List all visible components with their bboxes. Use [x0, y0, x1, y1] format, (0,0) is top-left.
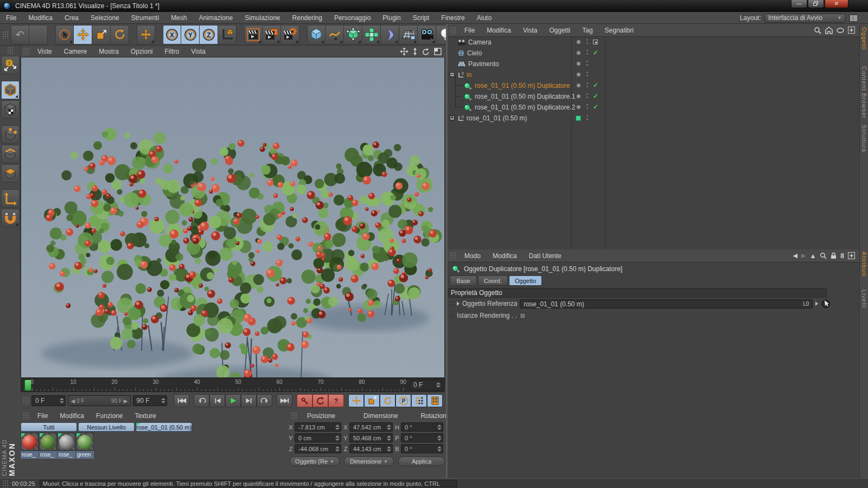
- enabled-check-icon[interactable]: ✓: [593, 92, 598, 100]
- key-state-box[interactable]: [451, 314, 454, 317]
- undo-button[interactable]: ↶: [11, 25, 29, 44]
- coord-input-posizione-z[interactable]: -44.068 cm: [295, 444, 341, 453]
- lock-icon[interactable]: [831, 252, 837, 259]
- editor-render-dots[interactable]: [586, 39, 588, 44]
- menu-item-selezione[interactable]: Selezione: [85, 12, 125, 24]
- menu-item-aiuto[interactable]: Aiuto: [471, 12, 497, 24]
- toggle-view-icon[interactable]: [434, 48, 442, 55]
- menu-item-file[interactable]: File: [458, 24, 481, 37]
- menu-item-modifica[interactable]: Modifica: [22, 12, 59, 24]
- menu-item-modo[interactable]: Modo: [458, 249, 487, 262]
- tab-objects[interactable]: Oggetti: [861, 27, 867, 50]
- menu-item-strumenti[interactable]: Strumenti: [125, 12, 165, 24]
- coord-input-dimensione-z[interactable]: 44.143 cm: [349, 444, 393, 453]
- parent-up-icon[interactable]: ▲: [809, 252, 816, 260]
- redo-button[interactable]: ↷: [29, 25, 48, 44]
- attribute-tab-coord-[interactable]: Coord.: [478, 275, 508, 286]
- viewport-canvas[interactable]: [21, 57, 445, 378]
- render-view-button[interactable]: [244, 25, 263, 44]
- goto-start-button[interactable]: [174, 394, 189, 407]
- enabled-check-icon[interactable]: ✓: [593, 49, 598, 56]
- last-tool-button[interactable]: [137, 25, 155, 44]
- tab-content-browser[interactable]: Content Browser: [861, 66, 867, 119]
- timeline-track[interactable]: 0102030405060708090: [21, 378, 407, 391]
- enabled-check-icon[interactable]: ✓: [593, 103, 598, 111]
- menu-item-mesh[interactable]: Mesh: [165, 12, 193, 24]
- editor-render-dots[interactable]: [586, 72, 588, 76]
- object-row-rose-01-01-0-50-m-duplicatore[interactable]: rose_01_01 (0.50 m) Duplicatore✓: [448, 80, 859, 91]
- viewport-grip[interactable]: [23, 48, 29, 55]
- restore-button[interactable]: [808, 0, 824, 8]
- material-swatch-rose-red[interactable]: rose_: [21, 433, 39, 459]
- object-row-pavimento[interactable]: Pavimento: [448, 59, 859, 69]
- coord-mode-dropdown[interactable]: Oggetto (Re▼: [290, 457, 340, 466]
- menu-item-crea[interactable]: Crea: [59, 12, 85, 24]
- menu-item-segnalibri[interactable]: Segnalibri: [599, 24, 640, 37]
- record-keyframe-button[interactable]: [297, 394, 312, 407]
- menu-item-funzione[interactable]: Funzione: [90, 410, 129, 422]
- live-selection-button[interactable]: [55, 25, 74, 44]
- transport-grip[interactable]: [23, 397, 29, 404]
- tab-structure[interactable]: Struttura: [861, 125, 867, 152]
- sidebar-grip[interactable]: [7, 47, 14, 54]
- autokeying-button[interactable]: [312, 394, 328, 407]
- editor-render-dots[interactable]: [586, 104, 588, 109]
- apply-button[interactable]: Applica: [398, 457, 445, 466]
- menu-item-finestre[interactable]: Finestre: [435, 12, 470, 24]
- visibility-dot[interactable]: [577, 94, 580, 98]
- key-scale-button[interactable]: [364, 394, 380, 407]
- rotate-tool-button[interactable]: [111, 25, 129, 44]
- field-menu-icon[interactable]: [815, 301, 818, 306]
- menu-item-mostra[interactable]: Mostra: [93, 46, 125, 57]
- key-state-box[interactable]: [451, 302, 454, 305]
- render-region-button[interactable]: [263, 25, 281, 44]
- menu-item-rendering[interactable]: Rendering: [286, 12, 328, 24]
- coord-input-dimensione-y[interactable]: 50.468 cm: [349, 433, 393, 442]
- menu-item-dati-utente[interactable]: Dati Utente: [523, 249, 567, 262]
- coord-size-dropdown[interactable]: Dimensione▼: [344, 457, 394, 466]
- search-icon[interactable]: [814, 27, 821, 34]
- preview-range-slider[interactable]: ◀ 0 F 90 F ▶: [68, 395, 130, 406]
- material-preview[interactable]: [39, 433, 57, 451]
- material-tab-rose-01-01-0-50-m-[interactable]: rose_01_01 (0.50 m): [136, 422, 192, 432]
- timeline-frame-box[interactable]: 0 F: [410, 380, 442, 390]
- editor-render-dots[interactable]: [586, 82, 588, 87]
- menu-item-oggetti[interactable]: Oggetti: [544, 24, 577, 37]
- point-mode-button[interactable]: [1, 125, 20, 144]
- add-camera-button[interactable]: [418, 25, 436, 44]
- menu-item-texture[interactable]: Texture: [129, 410, 162, 422]
- render-instances-checkbox[interactable]: [520, 313, 526, 319]
- add-deformer-button[interactable]: [362, 25, 381, 44]
- rotate-view-icon[interactable]: [422, 48, 430, 55]
- history-back-icon[interactable]: ◀: [793, 252, 797, 259]
- minimize-button[interactable]: —: [791, 0, 807, 8]
- coordinates-grip[interactable]: [291, 412, 297, 420]
- menu-item-file[interactable]: File: [31, 410, 54, 422]
- key-position-button[interactable]: [348, 394, 364, 407]
- visibility-dot[interactable]: [577, 84, 580, 87]
- object-row-cielo[interactable]: Cielo✓: [448, 48, 859, 59]
- layer-color-chip[interactable]: [576, 115, 581, 121]
- material-tab-tutti[interactable]: Tutti: [21, 422, 77, 432]
- edge-mode-button[interactable]: [1, 145, 20, 163]
- menu-item-modifica[interactable]: Modifica: [481, 24, 517, 37]
- add-floor-button[interactable]: [399, 25, 418, 44]
- tab-layers[interactable]: Livelli: [861, 290, 867, 309]
- toolbar-grip[interactable]: [2, 31, 9, 38]
- editor-render-dots[interactable]: [586, 93, 588, 98]
- coord-input-posizione-y[interactable]: 0 cm: [295, 433, 341, 442]
- key-pla-button[interactable]: [411, 394, 427, 407]
- object-row-in[interactable]: −0in: [448, 69, 859, 80]
- coord-input-rotazione-b[interactable]: 0 °: [401, 444, 443, 453]
- add-spline-button[interactable]: [326, 25, 344, 44]
- scale-tool-button[interactable]: [92, 25, 111, 44]
- attribute-grip[interactable]: [450, 252, 456, 260]
- make-editable-button[interactable]: [1, 56, 20, 74]
- material-preview[interactable]: [58, 433, 75, 451]
- tree-expander[interactable]: −: [450, 72, 455, 77]
- expand-triangle-icon[interactable]: [457, 301, 459, 306]
- visibility-dot[interactable]: [577, 105, 580, 109]
- material-swatch-rose-gray[interactable]: rose_: [58, 433, 75, 459]
- pick-object-button[interactable]: [821, 299, 831, 309]
- tab-attributes[interactable]: Attributi: [861, 252, 867, 277]
